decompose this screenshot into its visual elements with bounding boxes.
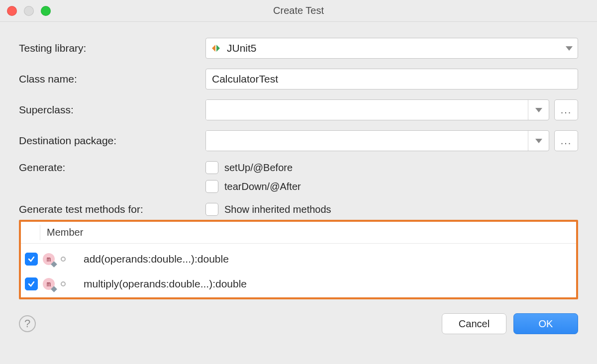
- member-checkbox[interactable]: [25, 277, 38, 290]
- superclass-label: Superclass:: [19, 104, 205, 116]
- generate-label: Generate:: [19, 162, 205, 174]
- table-row[interactable]: madd(operands:double...):double: [21, 247, 576, 272]
- ok-button[interactable]: OK: [513, 313, 578, 334]
- show-inherited-option[interactable]: Show inherited methods: [205, 203, 331, 216]
- member-signature: add(operands:double...):double: [84, 253, 229, 265]
- cancel-button[interactable]: Cancel: [442, 313, 506, 334]
- window-title: Create Test: [0, 5, 597, 16]
- testing-library-value: JUnit5: [227, 42, 561, 54]
- setup-checkbox[interactable]: [205, 161, 218, 174]
- superclass-input[interactable]: [206, 100, 528, 120]
- member-table: Member madd(operands:double...):doublemm…: [19, 220, 578, 299]
- chevron-down-icon[interactable]: [528, 131, 549, 151]
- member-table-header: Member: [21, 222, 576, 244]
- table-row[interactable]: mmultiply(operands:double...):double: [21, 272, 576, 296]
- svg-marker-0: [212, 45, 215, 52]
- member-signature: multiply(operands:double...):double: [84, 278, 247, 290]
- member-checkbox[interactable]: [25, 253, 38, 266]
- method-icon: m: [43, 253, 55, 265]
- class-name-field-wrap: [205, 69, 578, 90]
- setup-checkbox-label: setUp/@Before: [224, 162, 293, 174]
- class-name-input[interactable]: [211, 73, 573, 86]
- junit-icon: [211, 43, 221, 53]
- superclass-browse-button[interactable]: ...: [554, 99, 578, 120]
- visibility-icon: [61, 257, 66, 262]
- dialog-content: Testing library: JUnit5 Class name:: [0, 22, 597, 343]
- show-inherited-label: Show inherited methods: [224, 204, 331, 215]
- show-inherited-checkbox[interactable]: [205, 203, 218, 216]
- destination-package-label: Destination package:: [19, 135, 205, 147]
- member-rows: madd(operands:double...):doublemmultiply…: [21, 244, 576, 297]
- class-name-label: Class name:: [19, 73, 205, 85]
- testing-library-label: Testing library:: [19, 42, 205, 54]
- close-window-button[interactable]: [7, 6, 17, 16]
- titlebar: Create Test: [0, 0, 597, 22]
- destination-package-browse-button[interactable]: ...: [554, 130, 578, 151]
- help-button[interactable]: ?: [19, 315, 36, 332]
- chevron-down-icon: [561, 46, 578, 51]
- teardown-checkbox-label: tearDown/@After: [224, 181, 301, 192]
- destination-package-input[interactable]: [206, 131, 528, 151]
- generate-methods-label: Generate test methods for:: [19, 203, 205, 215]
- method-icon: m: [43, 278, 55, 290]
- svg-marker-1: [216, 45, 220, 52]
- minimize-window-button: [24, 6, 34, 16]
- destination-package-combo[interactable]: [205, 130, 549, 151]
- visibility-icon: [61, 281, 66, 286]
- window-controls: [7, 6, 51, 16]
- testing-library-select[interactable]: JUnit5: [205, 38, 578, 59]
- chevron-down-icon[interactable]: [528, 100, 549, 120]
- dialog-footer: ? Cancel OK: [19, 313, 578, 334]
- generate-teardown-option[interactable]: tearDown/@After: [205, 180, 301, 193]
- superclass-combo[interactable]: [205, 99, 549, 120]
- generate-setup-option[interactable]: setUp/@Before: [205, 161, 293, 174]
- maximize-window-button[interactable]: [41, 6, 51, 16]
- teardown-checkbox[interactable]: [205, 180, 218, 193]
